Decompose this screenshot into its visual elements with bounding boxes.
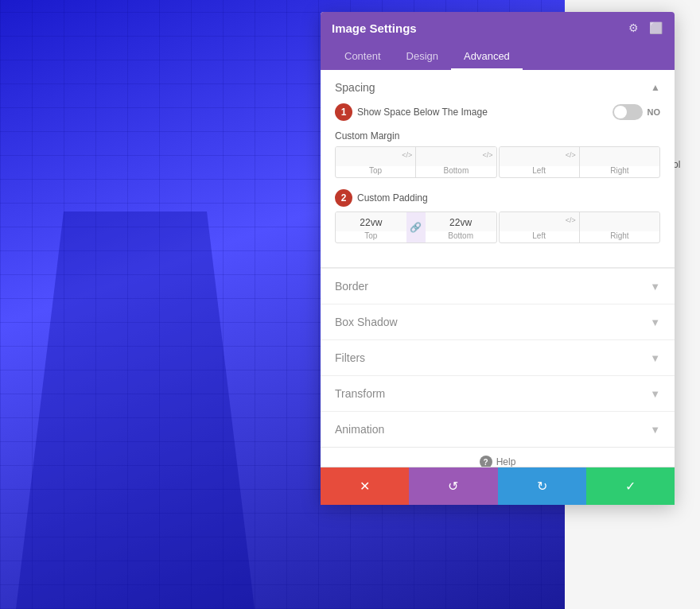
margin-left-label: Left (532, 166, 546, 177)
settings-icon[interactable]: ⚙ (625, 20, 641, 36)
modal-title: Image Settings (332, 21, 417, 35)
save-button[interactable]: ✓ (586, 467, 675, 505)
box-shadow-label: Box Shadow (335, 316, 398, 328)
spacing-label: Spacing (335, 81, 375, 94)
transform-label: Transform (335, 387, 385, 400)
transform-section[interactable]: Transform ▼ (321, 375, 675, 411)
transform-arrow-icon: ▼ (650, 388, 660, 400)
modal-tabs: Content Design Advanced (321, 44, 675, 70)
toggle-value: NO (648, 107, 661, 117)
tab-advanced[interactable]: Advanced (451, 44, 523, 70)
spacing-section: Spacing ▲ 1 Show Space Below The Image N… (321, 70, 675, 268)
spacing-arrow-icon: ▲ (651, 82, 660, 93)
padding-top-cell: Top (336, 212, 406, 242)
tab-design[interactable]: Design (394, 44, 451, 70)
animation-label: Animation (335, 423, 384, 436)
custom-margin-group: Custom Margin </> Top </> (335, 130, 660, 178)
padding-bottom-label: Bottom (448, 231, 473, 242)
modal-header: Image Settings ⚙ ⬜ (321, 12, 675, 44)
padding-right-input[interactable] (580, 212, 659, 231)
cancel-button[interactable]: ✕ (321, 467, 409, 505)
border-section[interactable]: Border ▼ (321, 268, 675, 304)
show-space-toggle[interactable] (612, 104, 643, 120)
padding-left-code-icon: </> (566, 216, 576, 224)
padding-top-input[interactable] (336, 212, 406, 231)
modal-header-icons: ⚙ ⬜ (625, 20, 663, 36)
box-shadow-arrow-icon: ▼ (650, 316, 660, 328)
margin-left-code-icon: </> (566, 151, 576, 159)
custom-padding-label: 2 Custom Padding (335, 189, 660, 207)
animation-section[interactable]: Animation ▼ (321, 411, 675, 447)
badge-1: 1 (335, 103, 352, 121)
padding-bottom-input[interactable] (426, 212, 496, 231)
margin-right-label: Right (610, 166, 628, 177)
filters-arrow-icon: ▼ (650, 352, 660, 364)
badge-2: 2 (335, 189, 352, 207)
margin-bottom-label: Bottom (444, 166, 469, 177)
margin-top-cell: </> Top (336, 147, 416, 177)
margin-bottom-cell: </> Bottom (416, 147, 496, 177)
show-space-row: 1 Show Space Below The Image NO (335, 103, 660, 121)
reset-button[interactable]: ↺ (409, 467, 497, 505)
padding-right-label: Right (610, 231, 628, 242)
margin-left-cell: </> Left (500, 147, 580, 177)
expand-icon[interactable]: ⬜ (648, 20, 663, 36)
action-bar: ✕ ↺ ↻ ✓ (321, 467, 675, 505)
padding-top-label: Top (364, 231, 377, 242)
help-button[interactable]: ? Help (480, 456, 516, 467)
redo-button[interactable]: ↻ (498, 467, 586, 505)
filters-section[interactable]: Filters ▼ (321, 339, 675, 375)
margin-top-code-icon: </> (402, 151, 412, 159)
toggle-wrap: NO (612, 104, 661, 120)
spacing-content: 1 Show Space Below The Image NO Custom M… (321, 100, 675, 267)
animation-arrow-icon: ▼ (650, 424, 660, 436)
padding-link-icon[interactable]: 🔗 (406, 212, 426, 242)
border-label: Border (335, 280, 368, 293)
tab-content[interactable]: Content (332, 44, 394, 70)
margin-top-label: Top (369, 166, 382, 177)
filters-label: Filters (335, 351, 365, 364)
custom-margin-label: Custom Margin (335, 130, 660, 142)
padding-bottom-cell: Bottom (426, 212, 496, 242)
image-settings-modal: Image Settings ⚙ ⬜ Content Design Advanc… (321, 12, 675, 505)
margin-bottom-code-icon: </> (482, 151, 492, 159)
spacing-section-header[interactable]: Spacing ▲ (321, 70, 675, 100)
padding-left-cell: </> Left (500, 212, 580, 242)
help-label: Help (496, 456, 516, 467)
padding-left-label: Left (532, 231, 546, 242)
help-icon: ? (480, 456, 492, 467)
padding-right-cell: Right (580, 212, 659, 242)
box-shadow-section[interactable]: Box Shadow ▼ (321, 304, 675, 339)
margin-right-input[interactable] (580, 147, 659, 166)
modal-body: Spacing ▲ 1 Show Space Below The Image N… (321, 70, 675, 467)
show-space-label: Show Space Below The Image (357, 107, 612, 118)
custom-padding-group: 2 Custom Padding Top 🔗 (335, 189, 660, 243)
modal-footer: ? Help (321, 447, 675, 467)
margin-right-cell: Right (580, 147, 659, 177)
border-arrow-icon: ▼ (650, 281, 660, 293)
